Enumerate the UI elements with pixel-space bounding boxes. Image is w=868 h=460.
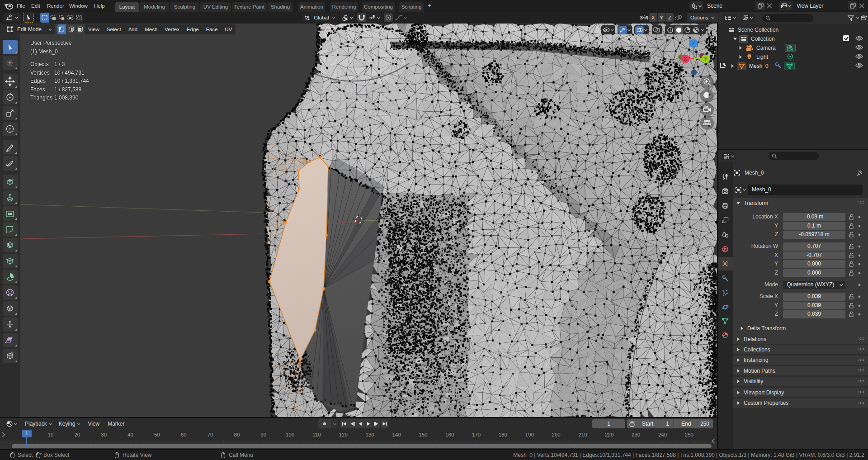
svg-text:250: 250 [685,432,693,437]
svg-text:X: X [684,56,687,62]
svg-text:Z: Z [692,41,695,46]
svg-text:90: 90 [260,432,266,437]
svg-text:80: 80 [234,432,240,437]
svg-text:120: 120 [339,432,348,437]
svg-text:Y: Y [704,56,707,62]
svg-text:140: 140 [392,432,401,437]
svg-text:230: 230 [632,432,640,437]
svg-text:150: 150 [419,432,427,437]
svg-text:130: 130 [366,432,374,437]
svg-text:170: 170 [472,432,481,437]
svg-text:20: 20 [74,432,80,437]
svg-text:50: 50 [154,432,160,437]
svg-text:70: 70 [208,432,213,437]
svg-text:10: 10 [48,432,54,437]
svg-text:100: 100 [286,432,294,437]
svg-text:240: 240 [658,432,667,437]
svg-text:180: 180 [499,432,507,437]
svg-text:220: 220 [605,432,613,437]
svg-text:110: 110 [312,432,321,437]
svg-text:190: 190 [525,432,534,437]
svg-text:40: 40 [127,432,133,437]
svg-text:60: 60 [181,432,187,437]
svg-text:210: 210 [578,432,587,437]
svg-text:30: 30 [101,432,107,437]
svg-text:200: 200 [552,432,561,437]
svg-text:160: 160 [445,432,454,437]
